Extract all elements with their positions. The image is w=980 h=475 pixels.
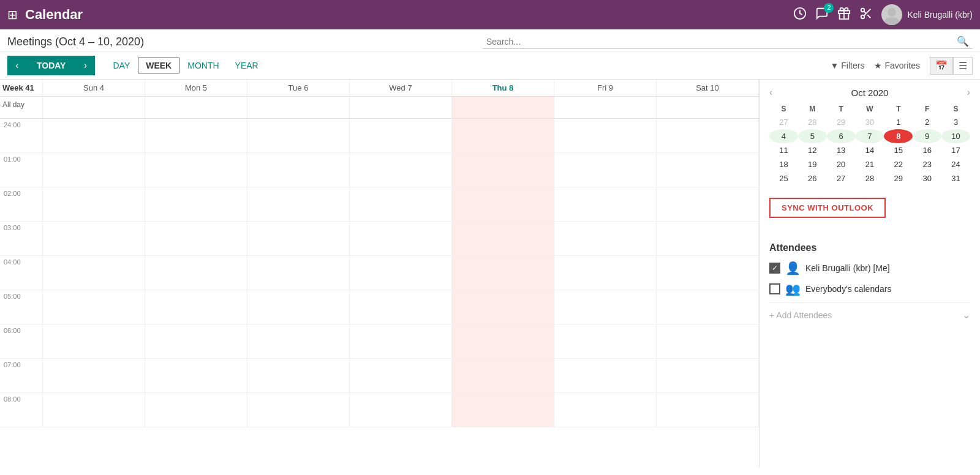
clock-icon[interactable] <box>793 7 807 23</box>
cell-0100-mon[interactable] <box>145 153 247 187</box>
allday-thu[interactable] <box>452 97 554 118</box>
cell-0400-thu[interactable] <box>452 256 554 290</box>
cell-0700-sun[interactable] <box>43 359 145 393</box>
cell-0800-tue[interactable] <box>247 393 350 427</box>
list-view-btn[interactable]: ☰ <box>953 57 973 75</box>
cell-0300-mon[interactable] <box>145 222 247 256</box>
cell-0600-tue[interactable] <box>247 324 350 359</box>
cell-0500-mon[interactable] <box>145 290 247 324</box>
cell-0700-mon[interactable] <box>145 359 247 393</box>
mini-cal-12[interactable]: 12 <box>798 143 827 157</box>
cell-0200-sun[interactable] <box>43 187 145 222</box>
allday-wed[interactable] <box>350 97 452 118</box>
cell-0200-mon[interactable] <box>145 187 247 222</box>
cell-2400-tue[interactable] <box>247 119 350 153</box>
mini-cal-next[interactable]: › <box>967 87 970 98</box>
attendee-2-checkbox[interactable] <box>769 283 780 294</box>
cell-0200-thu[interactable] <box>452 187 554 222</box>
allday-sun[interactable] <box>43 97 145 118</box>
cell-0700-tue[interactable] <box>247 359 350 393</box>
cell-2400-sat[interactable] <box>657 119 759 153</box>
allday-tue[interactable] <box>247 97 350 118</box>
mini-cal-19[interactable]: 19 <box>798 157 827 171</box>
mini-cal-17[interactable]: 17 <box>941 143 970 157</box>
cell-0400-wed[interactable] <box>350 256 452 290</box>
mini-cal-28b[interactable]: 28 <box>856 171 884 185</box>
mini-cal-30[interactable]: 30 <box>856 115 884 129</box>
mini-cal-27[interactable]: 27 <box>769 115 798 129</box>
cell-0100-tue[interactable] <box>247 153 350 187</box>
cell-0400-tue[interactable] <box>247 256 350 290</box>
cell-0600-fri[interactable] <box>554 324 657 359</box>
cell-0100-sat[interactable] <box>657 153 759 187</box>
cell-2400-mon[interactable] <box>145 119 247 153</box>
allday-mon[interactable] <box>145 97 247 118</box>
cell-0100-thu[interactable] <box>452 153 554 187</box>
search-input[interactable] <box>486 37 957 47</box>
scissors-icon[interactable] <box>859 7 873 23</box>
mini-cal-29[interactable]: 29 <box>827 115 856 129</box>
view-month[interactable]: MONTH <box>179 58 227 73</box>
cell-0500-thu[interactable] <box>452 290 554 324</box>
mini-cal-18[interactable]: 18 <box>769 157 798 171</box>
grid-icon[interactable]: ⊞ <box>7 7 18 22</box>
mini-cal-4[interactable]: 4 <box>769 129 798 143</box>
mini-cal-16[interactable]: 16 <box>913 143 941 157</box>
chat-icon[interactable]: 2 <box>815 7 829 23</box>
mini-cal-2[interactable]: 2 <box>913 115 941 129</box>
cell-0400-fri[interactable] <box>554 256 657 290</box>
cell-0600-mon[interactable] <box>145 324 247 359</box>
cell-0500-sat[interactable] <box>657 290 759 324</box>
filters-button[interactable]: ▼ Filters <box>830 61 864 70</box>
cell-0500-sun[interactable] <box>43 290 145 324</box>
cell-0800-mon[interactable] <box>145 393 247 427</box>
mini-cal-30b[interactable]: 30 <box>913 171 941 185</box>
mini-cal-28[interactable]: 28 <box>798 115 827 129</box>
search-box[interactable]: 🔍 <box>483 34 973 49</box>
calendar-view-btn[interactable]: 📅 <box>930 57 953 75</box>
cell-0800-sat[interactable] <box>657 393 759 427</box>
allday-sat[interactable] <box>657 97 759 118</box>
cell-0700-fri[interactable] <box>554 359 657 393</box>
attendee-1-checkbox[interactable] <box>769 263 780 274</box>
cell-0300-sat[interactable] <box>657 222 759 256</box>
mini-cal-14[interactable]: 14 <box>856 143 884 157</box>
gift-icon[interactable] <box>837 7 851 23</box>
cell-0300-wed[interactable] <box>350 222 452 256</box>
allday-fri[interactable] <box>554 97 657 118</box>
cell-2400-fri[interactable] <box>554 119 657 153</box>
cell-0100-wed[interactable] <box>350 153 452 187</box>
cell-0200-wed[interactable] <box>350 187 452 222</box>
mini-cal-1[interactable]: 1 <box>884 115 913 129</box>
cell-0700-sat[interactable] <box>657 359 759 393</box>
mini-cal-11[interactable]: 11 <box>769 143 798 157</box>
mini-cal-10[interactable]: 10 <box>941 129 970 143</box>
mini-cal-5[interactable]: 5 <box>798 129 827 143</box>
cell-0500-tue[interactable] <box>247 290 350 324</box>
user-menu[interactable]: Keli Brugalli (kbr) <box>881 4 973 25</box>
mini-cal-6[interactable]: 6 <box>827 129 856 143</box>
mini-cal-31[interactable]: 31 <box>941 171 970 185</box>
cell-0700-thu[interactable] <box>452 359 554 393</box>
cell-2400-sun[interactable] <box>43 119 145 153</box>
view-week[interactable]: WEEK <box>138 58 179 73</box>
cell-0800-sun[interactable] <box>43 393 145 427</box>
next-button[interactable]: › <box>75 56 95 75</box>
cell-0400-sun[interactable] <box>43 256 145 290</box>
sync-outlook-button[interactable]: SYNC WITH OUTLOOK <box>769 198 886 218</box>
cell-0300-sun[interactable] <box>43 222 145 256</box>
mini-cal-27b[interactable]: 27 <box>827 171 856 185</box>
mini-cal-3[interactable]: 3 <box>941 115 970 129</box>
cell-0100-sun[interactable] <box>43 153 145 187</box>
cell-0800-fri[interactable] <box>554 393 657 427</box>
mini-cal-7[interactable]: 7 <box>856 129 884 143</box>
cell-0100-fri[interactable] <box>554 153 657 187</box>
cell-0500-fri[interactable] <box>554 290 657 324</box>
mini-cal-23[interactable]: 23 <box>913 157 941 171</box>
mini-cal-22[interactable]: 22 <box>884 157 913 171</box>
mini-cal-13[interactable]: 13 <box>827 143 856 157</box>
cell-0200-fri[interactable] <box>554 187 657 222</box>
mini-cal-25[interactable]: 25 <box>769 171 798 185</box>
view-year[interactable]: YEAR <box>227 58 266 73</box>
cell-0300-thu[interactable] <box>452 222 554 256</box>
